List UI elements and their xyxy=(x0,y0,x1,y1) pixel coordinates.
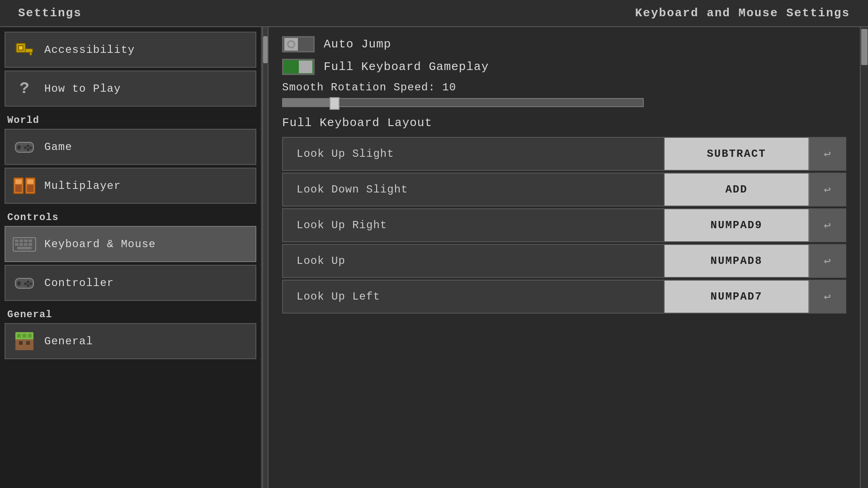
controller-icon xyxy=(13,135,36,159)
full-keyboard-toggle[interactable] xyxy=(282,59,315,75)
content-area: Auto Jump Full Keyboard Gameplay Smooth … xyxy=(269,27,860,488)
svg-rect-24 xyxy=(19,239,23,242)
svg-rect-30 xyxy=(28,243,32,246)
keyboard-icon xyxy=(13,232,36,256)
svg-point-37 xyxy=(24,282,27,285)
keybind-key-subtract[interactable]: SUBTRACT xyxy=(665,138,809,170)
world-section-label: World xyxy=(5,109,256,129)
svg-rect-17 xyxy=(15,179,22,184)
keybind-reset-look-up-left[interactable]: ↩ xyxy=(809,281,845,313)
keybind-action-look-down-slight: Look Down Slight xyxy=(283,174,665,206)
sidebar: Accessibility ? How to Play World xyxy=(0,27,262,488)
controller2-icon xyxy=(13,271,36,295)
keybind-reset-look-up[interactable]: ↩ xyxy=(809,245,845,277)
svg-rect-40 xyxy=(15,339,33,350)
svg-rect-42 xyxy=(23,334,26,338)
controls-section-label: Controls xyxy=(5,206,256,226)
keybind-row-look-down-slight: Look Down Slight ADD ↩ xyxy=(282,173,846,206)
keybind-row-look-up-left: Look Up Left NUMPAD7 ↩ xyxy=(282,280,846,314)
svg-point-10 xyxy=(27,145,29,147)
multiplayer-icon xyxy=(13,174,36,197)
svg-rect-23 xyxy=(15,239,19,242)
full-keyboard-label: Full Keyboard Gameplay xyxy=(324,60,489,74)
sidebar-item-game[interactable]: Game xyxy=(5,129,256,165)
main-layout: Accessibility ? How to Play World xyxy=(0,27,868,488)
auto-jump-row: Auto Jump xyxy=(282,36,846,52)
world-icon xyxy=(13,329,36,353)
sidebar-item-how-to-play[interactable]: ? How to Play xyxy=(5,70,256,107)
svg-rect-28 xyxy=(19,243,23,246)
keybind-action-look-up-slight: Look Up Slight xyxy=(283,138,665,170)
svg-rect-18 xyxy=(15,185,22,192)
keybind-key-add[interactable]: ADD xyxy=(665,174,809,206)
keybind-row-look-up-right: Look Up Right NUMPAD9 ↩ xyxy=(282,208,846,242)
svg-rect-27 xyxy=(15,243,19,246)
keybind-reset-look-up-slight[interactable]: ↩ xyxy=(809,138,845,170)
auto-jump-circle xyxy=(287,40,295,48)
svg-rect-5 xyxy=(25,49,33,52)
slider-thumb[interactable] xyxy=(330,97,340,110)
sidebar-item-label-general: General xyxy=(44,335,93,347)
svg-rect-31 xyxy=(17,247,32,249)
auto-jump-label: Auto Jump xyxy=(324,38,391,51)
sidebar-section-controls: Controls xyxy=(5,206,256,301)
content-scrollbar[interactable] xyxy=(860,27,868,488)
svg-rect-29 xyxy=(24,243,28,246)
svg-rect-45 xyxy=(26,341,30,345)
sidebar-item-general[interactable]: General xyxy=(5,323,256,359)
keybind-reset-look-down-slight[interactable]: ↩ xyxy=(809,174,845,206)
sidebar-item-label-how-to-play: How to Play xyxy=(44,83,121,95)
general-section-label: General xyxy=(5,304,256,323)
keybind-row-look-up-slight: Look Up Slight SUBTRACT ↩ xyxy=(282,137,846,171)
content-scroll-thumb[interactable] xyxy=(861,29,868,65)
keybind-action-look-up-left: Look Up Left xyxy=(283,281,665,313)
sidebar-item-controller[interactable]: Controller xyxy=(5,265,256,301)
keybind-key-numpad7[interactable]: NUMPAD7 xyxy=(665,281,809,313)
sidebar-scroll-thumb[interactable] xyxy=(263,36,268,63)
keybind-action-look-up-right: Look Up Right xyxy=(283,209,665,241)
svg-rect-20 xyxy=(27,179,33,184)
svg-rect-34 xyxy=(17,282,21,285)
svg-rect-14 xyxy=(23,146,24,147)
keybind-action-look-up: Look Up xyxy=(283,245,665,277)
slider-fill xyxy=(283,99,337,106)
svg-point-13 xyxy=(27,148,29,151)
sidebar-item-label-controller: Controller xyxy=(44,277,114,289)
sidebar-section-general: General General xyxy=(5,304,256,359)
sidebar-item-label-game: Game xyxy=(44,141,72,153)
key-icon xyxy=(13,38,36,61)
keybind-reset-look-up-right[interactable]: ↩ xyxy=(809,209,845,241)
header: Settings Keyboard and Mouse Settings xyxy=(0,0,868,27)
svg-rect-2 xyxy=(19,46,23,50)
svg-point-35 xyxy=(27,281,29,283)
svg-rect-15 xyxy=(25,145,26,146)
svg-rect-26 xyxy=(28,239,32,242)
sidebar-item-multiplayer[interactable]: Multiplayer xyxy=(5,168,256,204)
svg-point-36 xyxy=(29,282,32,285)
keybind-key-numpad8[interactable]: NUMPAD8 xyxy=(665,245,809,277)
svg-rect-9 xyxy=(17,146,21,149)
svg-rect-41 xyxy=(17,334,21,338)
full-keyboard-knob xyxy=(299,61,312,73)
keybind-row-look-up: Look Up NUMPAD8 ↩ xyxy=(282,244,846,278)
auto-jump-toggle[interactable] xyxy=(282,36,315,52)
svg-point-38 xyxy=(27,284,29,287)
settings-title: Settings xyxy=(18,6,82,20)
slider-label: Smooth Rotation Speed: 10 xyxy=(282,81,846,94)
auto-jump-knob xyxy=(284,38,298,51)
full-keyboard-row: Full Keyboard Gameplay xyxy=(282,59,846,75)
svg-rect-25 xyxy=(24,239,28,242)
sidebar-item-label-accessibility: Accessibility xyxy=(44,44,135,56)
svg-rect-21 xyxy=(27,185,33,192)
sidebar-item-keyboard-mouse[interactable]: Keyboard & Mouse xyxy=(5,226,256,262)
page-title: Keyboard and Mouse Settings xyxy=(635,6,850,20)
svg-rect-43 xyxy=(28,334,32,338)
sidebar-item-label-multiplayer: Multiplayer xyxy=(44,180,121,192)
svg-rect-6 xyxy=(30,52,32,55)
sidebar-item-accessibility[interactable]: Accessibility xyxy=(5,32,256,68)
sidebar-section-world: World Game xyxy=(5,109,256,204)
keybind-key-numpad9[interactable]: NUMPAD9 xyxy=(665,209,809,241)
layout-heading: Full Keyboard Layout xyxy=(282,116,846,130)
smooth-rotation-slider[interactable] xyxy=(282,98,644,107)
sidebar-scrollbar[interactable] xyxy=(262,27,269,488)
